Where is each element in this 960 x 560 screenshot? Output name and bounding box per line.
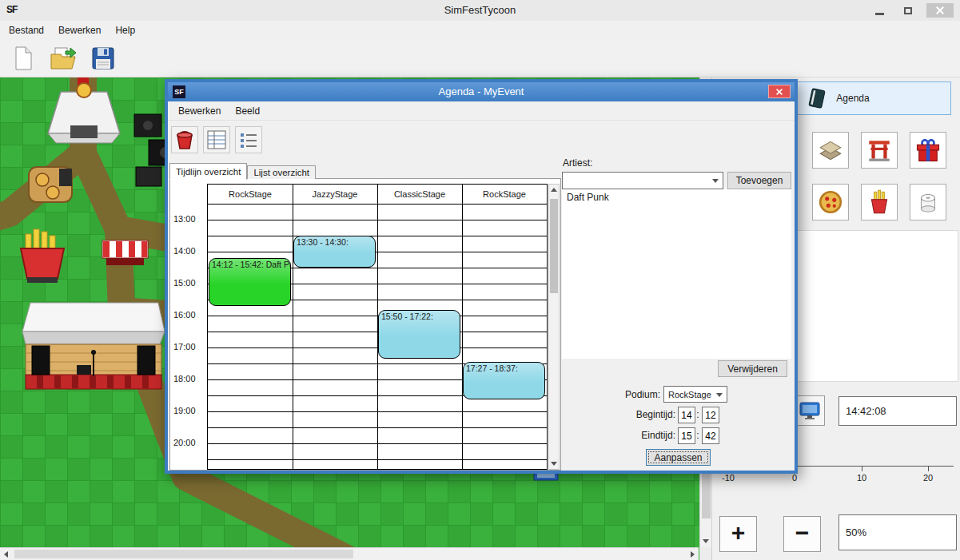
dialog-title: Agenda - MyEvent xyxy=(168,82,795,101)
shop-item-fries[interactable] xyxy=(861,184,898,220)
scrollbar-corner xyxy=(699,547,711,560)
horizontal-scrollbar-thumb[interactable] xyxy=(14,550,353,558)
schedule-grid: RockStageJazzyStageClassicStageRockStage… xyxy=(207,184,548,470)
schedule-event-2[interactable]: 15:50 - 17:22: xyxy=(378,310,460,359)
app-toolbar xyxy=(0,40,960,77)
menu-help[interactable]: Help xyxy=(108,22,142,38)
scale-tick-label: 10 xyxy=(857,473,866,483)
time-separator: : xyxy=(695,409,701,420)
scale-tick-label: 0 xyxy=(792,473,797,483)
scale-tick-label: 20 xyxy=(923,473,933,483)
timeline-view-button[interactable] xyxy=(203,126,230,153)
dialog-menu-bewerken[interactable]: Bewerken xyxy=(171,103,228,119)
titlebar[interactable]: SF SimFestTycoon xyxy=(0,0,960,21)
schedule-event-1[interactable]: 13:30 - 14:30: xyxy=(293,236,376,268)
shop-item-pizza[interactable] xyxy=(812,184,849,220)
schedule-event-0[interactable]: 14:12 - 15:42: Daft Punk xyxy=(209,258,291,306)
column-header-3: RockStage xyxy=(462,185,547,204)
remove-artist-button[interactable]: Verwijderen xyxy=(718,360,787,377)
display-icon xyxy=(798,399,822,423)
scrollbar-thumb[interactable] xyxy=(550,199,558,293)
shop-item-toilet-paper[interactable] xyxy=(910,184,946,220)
dialog-titlebar[interactable]: SF Agenda - MyEvent xyxy=(168,82,795,101)
trash-bucket-icon xyxy=(174,129,195,150)
list-view-icon xyxy=(238,129,259,150)
map-horizontal-scrollbar[interactable] xyxy=(0,547,699,560)
scroll-up-icon xyxy=(551,188,557,192)
dialog-toolbar xyxy=(168,121,262,159)
artist-dropdown[interactable] xyxy=(562,172,723,189)
shop-item-gift[interactable] xyxy=(910,132,946,169)
begin-minute-input[interactable] xyxy=(702,407,719,423)
end-time-label: Eindtijd: xyxy=(572,430,675,441)
display-button[interactable] xyxy=(795,395,825,426)
clock-display: 14:42:08 xyxy=(839,396,957,426)
column-separator xyxy=(293,185,293,469)
menu-bewerken[interactable]: Bewerken xyxy=(51,22,108,38)
zoom-out-button[interactable]: − xyxy=(783,516,821,552)
artist-listbox[interactable]: Daft Punk xyxy=(562,189,791,359)
scroll-down-icon xyxy=(551,462,557,466)
toilet-paper-icon xyxy=(914,189,942,216)
main-stage[interactable] xyxy=(22,303,165,389)
end-hour-input[interactable] xyxy=(678,427,695,444)
time-label: 20:00 xyxy=(173,437,205,448)
striped-stand[interactable] xyxy=(102,240,148,265)
save-button[interactable] xyxy=(88,43,118,73)
podium-dropdown[interactable]: RockStage xyxy=(663,386,727,403)
dialog-close-button[interactable] xyxy=(768,85,791,98)
scale-tick xyxy=(862,466,862,471)
close-icon xyxy=(776,89,783,95)
gift-icon xyxy=(914,136,942,165)
shop-item-gate[interactable] xyxy=(861,132,898,169)
timeline-view-icon xyxy=(206,129,227,150)
schedule-scrollbar[interactable] xyxy=(548,184,560,470)
time-label: 15:00 xyxy=(173,277,205,288)
tab-lijst-overzicht[interactable]: Lijst overzicht xyxy=(247,165,316,179)
time-label: 18:00 xyxy=(173,373,205,384)
dialog-menubar: BewerkenBeeld xyxy=(168,101,795,121)
tab-tijdlijn-overzicht[interactable]: Tijdlijn overzicht xyxy=(169,163,247,180)
zoom-in-button[interactable]: + xyxy=(719,516,757,552)
dialog-app-icon: SF xyxy=(173,85,185,98)
artist-list-item[interactable]: Daft Punk xyxy=(562,189,791,205)
app-menubar: BestandBewerkenHelp xyxy=(0,21,960,40)
new-file-button[interactable] xyxy=(8,43,38,73)
time-separator: : xyxy=(695,430,701,441)
apply-button[interactable]: Aanpassen xyxy=(646,449,711,466)
close-icon xyxy=(936,6,944,14)
time-label: 16:00 xyxy=(173,309,205,320)
scale-tick-label: -10 xyxy=(722,473,735,483)
dialog-menu-beeld[interactable]: Beeld xyxy=(228,103,267,119)
maximize-icon xyxy=(904,7,912,14)
artist-label: Artiest: xyxy=(563,157,592,169)
food-table[interactable] xyxy=(29,167,72,202)
timeline-panel: RockStageJazzyStageClassicStageRockStage… xyxy=(169,178,561,471)
open-file-button[interactable] xyxy=(48,43,78,73)
podium-label: Podium: xyxy=(607,389,660,400)
column-header-2: ClassicStage xyxy=(377,185,462,204)
shop-item-floor-tile[interactable] xyxy=(812,132,849,169)
column-separator xyxy=(377,185,378,469)
podium-dropdown-value: RockStage xyxy=(668,390,711,399)
minimize-button[interactable] xyxy=(869,3,890,18)
schedule-event-3[interactable]: 17:27 - 18:37: xyxy=(463,362,545,399)
agenda-dialog: SF Agenda - MyEvent BewerkenBeeld Tijdli… xyxy=(165,79,798,474)
end-minute-input[interactable] xyxy=(702,427,719,444)
open-file-icon xyxy=(50,46,77,70)
time-label: 13:00 xyxy=(173,213,205,224)
floor-tile-icon xyxy=(817,137,844,164)
maximize-button[interactable] xyxy=(898,3,918,18)
delete-event-button[interactable] xyxy=(171,126,198,153)
save-icon xyxy=(91,46,115,70)
window-controls xyxy=(869,2,954,18)
scroll-left-icon xyxy=(4,551,8,558)
column-header-1: JazzyStage xyxy=(293,185,377,204)
begin-hour-input[interactable] xyxy=(678,407,695,423)
list-view-button[interactable] xyxy=(235,126,262,153)
minimize-icon xyxy=(875,13,884,15)
menu-bestand[interactable]: Bestand xyxy=(2,22,51,38)
dropdown-arrow-icon xyxy=(716,393,723,397)
close-button[interactable] xyxy=(926,3,954,18)
add-artist-button[interactable]: Toevoegen xyxy=(727,172,791,189)
